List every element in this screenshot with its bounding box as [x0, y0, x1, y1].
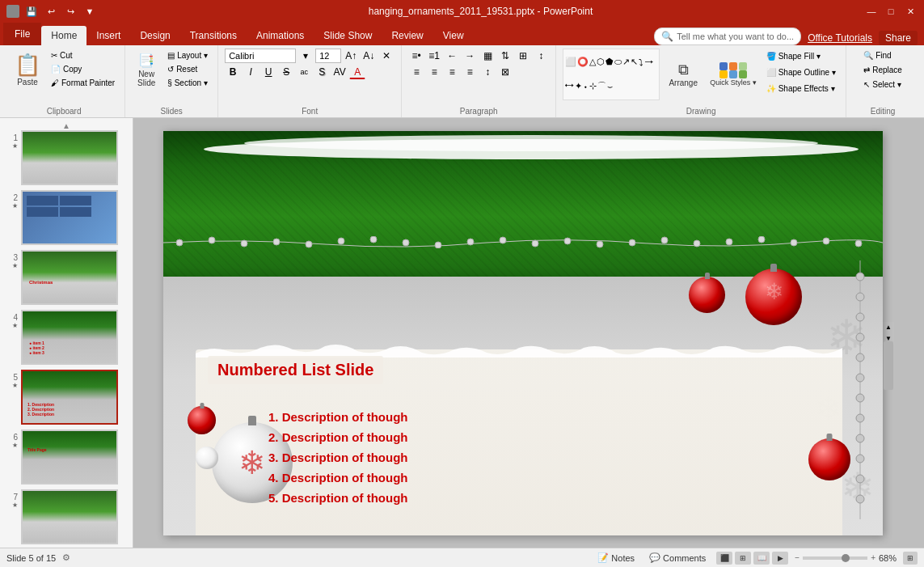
tab-review[interactable]: Review: [382, 26, 432, 45]
comments-btn[interactable]: 💬 Comments: [645, 552, 710, 564]
text-dir-btn[interactable]: ⇅: [497, 49, 513, 63]
minimize-btn[interactable]: —: [864, 4, 879, 19]
slide-img-7[interactable]: [21, 489, 118, 544]
office-tutorials-link[interactable]: Office Tutorials: [808, 32, 872, 44]
app-icon: [6, 5, 19, 18]
quick-save-btn[interactable]: 💾: [24, 4, 39, 19]
select-btn[interactable]: ↖ Select ▾: [860, 78, 905, 91]
align-left-btn[interactable]: ≡: [408, 65, 424, 79]
layout-btn[interactable]: ▤ Layout ▾: [164, 49, 211, 61]
reset-btn[interactable]: ↺ Reset: [164, 62, 211, 75]
quick-undo-btn[interactable]: ↩: [44, 4, 58, 19]
font-name-input[interactable]: [225, 49, 296, 63]
decrease-indent-btn[interactable]: ←: [444, 49, 460, 63]
share-btn[interactable]: Share: [879, 31, 918, 45]
slide-thumb-4[interactable]: 4 ★ ● item 1● item 2● item 3: [3, 310, 129, 365]
slide-thumb-6[interactable]: 6 ★ Title Page: [3, 429, 129, 484]
shape-fill-btn[interactable]: 🪣 Shape Fill ▾: [763, 49, 839, 63]
notes-label: Notes: [611, 553, 635, 563]
font-size-decrement-btn[interactable]: A↓: [361, 49, 377, 63]
numbering-btn[interactable]: ≡1: [426, 49, 442, 63]
clear-format-btn[interactable]: ✕: [378, 49, 394, 63]
slide-img-4[interactable]: ● item 1● item 2● item 3: [21, 310, 118, 365]
font-name-dropdown[interactable]: ▾: [297, 49, 314, 63]
smartart-btn[interactable]: ⊞: [515, 49, 531, 63]
tab-view[interactable]: View: [433, 26, 474, 45]
slide-panel-scroll-up[interactable]: ▲: [3, 121, 129, 130]
quick-customize-btn[interactable]: ▼: [82, 4, 97, 19]
linespacing-btn[interactable]: ↕: [533, 49, 549, 63]
slide-thumb-2[interactable]: 2 ★: [3, 190, 129, 245]
justify-btn[interactable]: ≡: [462, 65, 478, 79]
bullets-btn[interactable]: ≡•: [408, 49, 424, 63]
font-size-input[interactable]: [315, 49, 341, 63]
slide-title-container: Numbered List Slide: [208, 356, 383, 384]
reading-view-btn[interactable]: 📖: [753, 552, 770, 565]
notes-btn[interactable]: 📝 Notes: [593, 552, 639, 564]
fit-to-window-btn[interactable]: ⊞: [903, 552, 918, 565]
tab-transitions[interactable]: Transitions: [180, 26, 247, 45]
quick-redo-btn[interactable]: ↪: [63, 4, 78, 19]
svg-point-7: [403, 239, 409, 246]
slide-sorter-btn[interactable]: ⊞: [735, 552, 751, 565]
para-spacing-btn[interactable]: ↕: [479, 65, 496, 79]
font-color-btn[interactable]: A: [349, 65, 365, 79]
slide-thumb-1[interactable]: 1 ★: [3, 130, 129, 185]
align-center-btn[interactable]: ≡: [426, 65, 442, 79]
strikethrough-btn[interactable]: S: [278, 65, 294, 79]
increase-indent-btn[interactable]: →: [462, 49, 478, 63]
slide-img-3[interactable]: Christmas: [21, 250, 118, 305]
quick-styles-btn[interactable]: Quick Styles ▾: [707, 49, 760, 100]
maximize-btn[interactable]: □: [884, 4, 898, 19]
slide-img-6[interactable]: Title Page: [21, 429, 118, 484]
svg-point-28: [856, 374, 864, 382]
slide-img-2[interactable]: [21, 190, 118, 245]
bold-btn[interactable]: B: [225, 65, 241, 79]
paste-btn[interactable]: 📋 Paste: [10, 49, 45, 91]
convert-to-smartart-btn[interactable]: ⊠: [497, 65, 513, 79]
normal-view-btn[interactable]: ⬛: [716, 552, 732, 565]
tab-insert[interactable]: Insert: [86, 26, 130, 45]
tab-home[interactable]: Home: [41, 26, 86, 45]
columns-btn[interactable]: ▦: [479, 49, 496, 63]
svg-point-14: [629, 239, 635, 246]
cut-btn[interactable]: ✂Cut: [48, 49, 118, 61]
smallcaps-btn[interactable]: ac: [296, 65, 312, 79]
font-size-increment-btn[interactable]: A↑: [343, 49, 359, 63]
new-slide-btn[interactable]: 📑 New Slide: [132, 49, 161, 89]
close-btn[interactable]: ✕: [903, 4, 918, 19]
shadow-btn[interactable]: S: [314, 65, 330, 79]
copy-btn[interactable]: 📄Copy: [48, 62, 118, 75]
replace-btn[interactable]: ⇄ Replace: [860, 63, 905, 76]
zoom-out-btn[interactable]: −: [795, 553, 800, 562]
tab-file[interactable]: File: [3, 23, 41, 45]
help-search-box[interactable]: 🔍 Tell me what you want to do...: [654, 28, 801, 45]
slide-thumb-5[interactable]: 5 ★ 1. Description2. Description3. Descr…: [3, 370, 129, 425]
tab-animations[interactable]: Animations: [247, 26, 314, 45]
shapes-palette[interactable]: ⬜⭕△⬡ ⬟⬭↗↖ ⤵⭢⭤✦ ⬩⊹⌒⌣: [563, 49, 660, 100]
align-right-btn[interactable]: ≡: [444, 65, 460, 79]
tab-design[interactable]: Design: [130, 26, 179, 45]
shape-effects-btn[interactable]: ✨ Shape Effects ▾: [763, 81, 839, 95]
arrange-btn[interactable]: ⧉ Arrange: [663, 49, 703, 100]
scroll-thumb[interactable]: [884, 341, 893, 390]
slide-img-5[interactable]: 1. Description2. Description3. Descripti…: [21, 370, 118, 425]
tab-slideshow[interactable]: Slide Show: [314, 26, 382, 45]
slide-thumb-7[interactable]: 7 ★: [3, 489, 129, 544]
zoom-slider[interactable]: [803, 556, 867, 560]
slide-canvas[interactable]: ❄ ❄ ❄: [163, 131, 883, 535]
list-item-1: 1. Description of though: [268, 410, 408, 424]
spacing-btn[interactable]: AV: [331, 65, 348, 79]
zoom-thumb[interactable]: [842, 554, 850, 562]
slide-thumb-3[interactable]: 3 ★ Christmas: [3, 250, 129, 305]
format-painter-btn[interactable]: 🖌Format Painter: [48, 76, 118, 89]
italic-btn[interactable]: I: [243, 65, 259, 79]
underline-btn[interactable]: U: [260, 65, 276, 79]
shape-outline-btn[interactable]: ⬜ Shape Outline ▾: [763, 65, 839, 79]
zoom-in-btn[interactable]: +: [871, 553, 875, 562]
find-btn[interactable]: 🔍 Find: [860, 49, 905, 61]
slideshow-btn[interactable]: ▶: [772, 552, 788, 565]
section-btn[interactable]: § Section ▾: [164, 76, 211, 89]
scroll-up-btn[interactable]: ▲: [883, 322, 894, 333]
slide-img-1[interactable]: [21, 130, 118, 185]
